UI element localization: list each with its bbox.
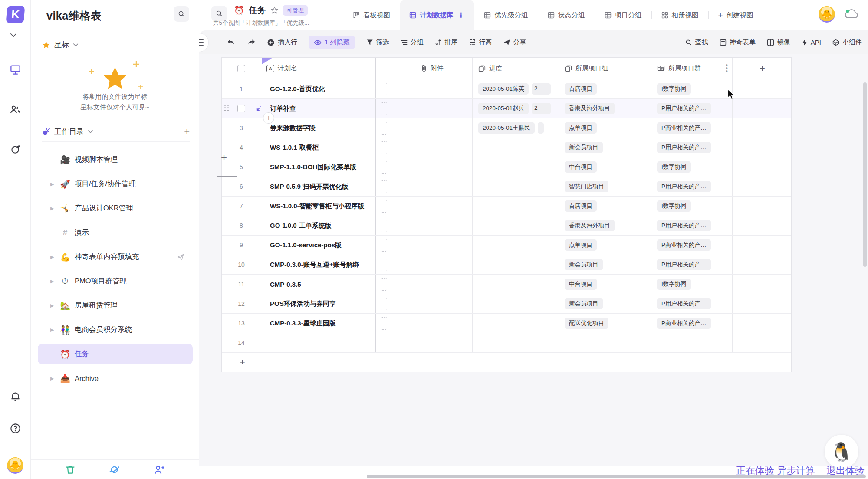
sidebar-item[interactable]: ▶🤸产品设计OKR管理 — [31, 196, 199, 220]
column-header-progress[interactable]: 进度 — [473, 58, 559, 79]
project-cluster-cell[interactable]: P商业相关的产… — [651, 314, 733, 333]
row-index-cell[interactable]: 10 — [222, 255, 261, 274]
table-row[interactable]: 12POS环保活动与券同享新会员项目P用户相关的产… — [222, 294, 791, 314]
attachment-placeholder[interactable] — [381, 220, 387, 232]
expand-arrow-icon[interactable]: ▶ — [50, 254, 55, 260]
attachment-placeholder[interactable] — [381, 259, 387, 271]
column-header-project-group[interactable]: 所属项目组 — [559, 58, 651, 79]
project-group-cell[interactable]: 点单项目 — [559, 236, 651, 255]
progress-cell[interactable] — [473, 275, 559, 294]
attachment-placeholder[interactable] — [381, 239, 387, 252]
row-index-cell[interactable]: 7 — [222, 197, 261, 216]
attachment-cell[interactable] — [419, 216, 473, 235]
linked-record-chip[interactable]: 香港及海外项目 — [565, 220, 615, 231]
hidden-column-marker[interactable] — [262, 58, 273, 64]
project-cluster-cell[interactable]: P用户相关的产… — [651, 177, 733, 196]
lookup-chip[interactable]: P用户相关的产… — [657, 181, 711, 192]
add-column-cell[interactable]: + — [733, 58, 792, 79]
progress-cell[interactable] — [473, 255, 559, 274]
attachment-cell[interactable] — [419, 255, 473, 274]
column-header-name[interactable]: A 计划名 — [261, 58, 376, 79]
attachment-cell[interactable] — [419, 79, 473, 98]
progress-cell[interactable] — [473, 157, 559, 177]
project-cluster-cell[interactable]: I数字协同 — [651, 197, 733, 216]
project-group-cell[interactable]: 香港及海外项目 — [559, 99, 651, 118]
trash-icon[interactable] — [65, 464, 76, 475]
attachment-cell[interactable] — [419, 314, 473, 333]
sidebar-item[interactable]: ▶👫电商会员积分系统 — [31, 318, 199, 342]
attachment-dropzone-cell[interactable] — [376, 314, 419, 333]
project-cluster-cell[interactable]: P用户相关的产… — [651, 99, 733, 118]
expand-arrow-icon[interactable]: ▶ — [50, 327, 55, 333]
sort-button[interactable]: 排序 — [435, 38, 458, 46]
linked-record-chip[interactable] — [538, 122, 544, 134]
progress-cell[interactable] — [473, 236, 559, 255]
attachment-cell[interactable] — [419, 236, 473, 255]
record-title-cell[interactable]: GO-1.0.0-工单系统版 — [261, 216, 376, 235]
lookup-chip[interactable]: P商业相关的产… — [657, 240, 711, 251]
row-index-cell[interactable]: 14 — [222, 333, 261, 352]
help-icon[interactable] — [8, 421, 23, 436]
select-all-checkbox[interactable] — [237, 65, 245, 72]
linked-record-chip[interactable]: 智慧门店项目 — [565, 181, 608, 192]
attachment-dropzone-cell[interactable] — [376, 255, 419, 274]
star-outline-icon[interactable] — [270, 6, 279, 14]
linked-record-chip[interactable]: 中台项目 — [565, 161, 597, 173]
linked-record-chip[interactable]: 点单项目 — [565, 240, 597, 251]
table-row[interactable]: 8GO-1.0.0-工单系统版香港及海外项目P用户相关的产… — [222, 216, 791, 236]
api-button[interactable]: API — [802, 39, 821, 46]
row-checkbox[interactable] — [237, 105, 245, 112]
tab-menu-icon[interactable]: ⋮ — [458, 11, 465, 19]
vertical-scrollbar[interactable] — [863, 82, 867, 267]
attachment-dropzone-cell[interactable] — [376, 275, 419, 294]
attachment-placeholder[interactable] — [381, 200, 387, 213]
view-tab-1[interactable]: 看板视图 — [343, 0, 400, 30]
expand-arrow-icon[interactable]: ▶ — [50, 376, 55, 381]
record-title-cell[interactable]: CMP-0.3.3-星球庄园版 — [261, 314, 376, 333]
row-index-cell[interactable]: 3 — [222, 118, 261, 138]
linked-record-chip[interactable]: 百店项目 — [565, 200, 597, 212]
table-row[interactable]: 5SMP-1.1.0-BOH国际化菜单版中台项目I数字协同 — [222, 157, 791, 177]
expand-arrow-icon[interactable]: ▶ — [50, 181, 55, 187]
attachment-dropzone-cell[interactable] — [376, 99, 419, 118]
lookup-chip[interactable]: P用户相关的产… — [657, 103, 711, 114]
widget-button[interactable]: 小组件 — [832, 38, 862, 46]
record-title-cell[interactable]: SMP-1.1.0-BOH国际化菜单版 — [261, 157, 376, 177]
project-cluster-cell[interactable]: P商业相关的产… — [651, 236, 733, 255]
record-title-cell[interactable]: WS-1.0.0-智能零售柜与小程序版 — [261, 197, 376, 216]
lookup-chip[interactable]: I数字协同 — [657, 83, 691, 95]
row-index-cell[interactable] — [222, 99, 261, 118]
record-title-cell[interactable]: POS环保活动与券同享 — [261, 294, 376, 313]
attachment-cell[interactable] — [419, 157, 473, 177]
lookup-chip[interactable]: P商业相关的产… — [657, 122, 711, 134]
record-title-cell[interactable]: WS-1.0.1-取餐柜 — [261, 138, 376, 157]
row-height-button[interactable]: 行高 — [469, 38, 492, 46]
progress-cell[interactable] — [473, 294, 559, 313]
linked-record-chip[interactable]: 百店项目 — [565, 83, 597, 95]
attachment-dropzone-cell[interactable] — [376, 177, 419, 196]
row-index-cell[interactable]: 11 — [222, 275, 261, 294]
attachment-dropzone-cell[interactable] — [376, 118, 419, 138]
attachment-cell[interactable] — [419, 294, 473, 313]
attachment-cell[interactable] — [419, 138, 473, 157]
row-index-cell[interactable]: 6 — [222, 177, 261, 196]
project-group-cell[interactable]: 配送优化项目 — [559, 314, 651, 333]
view-tab-5[interactable]: 项目分组 — [595, 0, 651, 30]
star-section-header[interactable]: 星标 — [42, 40, 79, 50]
notification-bell-icon[interactable] — [8, 389, 23, 404]
project-group-cell[interactable]: 点单项目 — [559, 118, 651, 138]
linked-record-chip[interactable]: 2020-05-01赵兵 — [478, 103, 529, 114]
project-cluster-cell[interactable]: P用户相关的产… — [651, 216, 733, 235]
find-button[interactable]: 查找 — [685, 38, 708, 46]
row-index-cell[interactable]: 8 — [222, 216, 261, 235]
table-row[interactable]: 13CMP-0.3.3-星球庄园版配送优化项目P商业相关的产… — [222, 314, 791, 333]
linked-record-chip[interactable]: 2020-05-01王麒民 — [478, 122, 535, 134]
table-row[interactable]: 6SMP-0.5.9-扫码开票优化版智慧门店项目P用户相关的产… — [222, 177, 791, 197]
project-cluster-cell[interactable]: P用户相关的产… — [651, 255, 733, 274]
lookup-chip[interactable]: P用户相关的产… — [657, 298, 711, 309]
collaborator-avatar[interactable]: 🐥 — [819, 6, 835, 23]
linked-record-chip[interactable]: 新会员项目 — [565, 298, 603, 309]
attachment-placeholder[interactable] — [381, 317, 387, 330]
lookup-chip[interactable]: P商业相关的产… — [657, 318, 711, 329]
record-title-cell[interactable]: 订单补查 — [261, 99, 376, 118]
